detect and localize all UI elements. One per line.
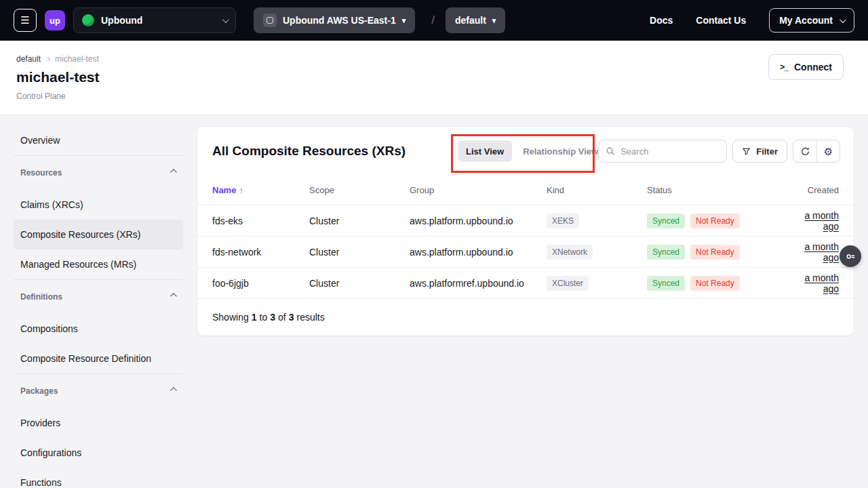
relationship-view-tab[interactable]: Relationship View xyxy=(515,141,606,162)
column-header-name[interactable]: Name ↑ xyxy=(212,185,309,195)
table-row[interactable]: fds-network Cluster aws.platform.upbound… xyxy=(197,237,854,268)
my-account-label: My Account xyxy=(779,15,833,26)
kind-badge: XEKS xyxy=(547,214,579,228)
upbound-logo[interactable]: up xyxy=(45,10,65,30)
summary-total: 3 xyxy=(289,312,294,323)
group-dropdown[interactable]: default ▾ xyxy=(446,7,505,33)
hamburger-icon: ☰ xyxy=(20,14,29,26)
cell-kind: XNetwork xyxy=(547,245,647,260)
synced-badge: Synced xyxy=(647,276,685,291)
connect-button[interactable]: >_ Connect xyxy=(768,54,844,80)
results-summary: Showing 1 to 3 of 3 results xyxy=(197,299,854,336)
filter-label: Filter xyxy=(756,146,778,157)
sidebar-item-composite-resources[interactable]: Composite Resources (XRs) xyxy=(14,220,183,249)
cell-scope: Cluster xyxy=(309,278,410,289)
filter-button[interactable]: Filter xyxy=(732,140,787,163)
sidebar-item-overview[interactable]: Overview xyxy=(14,125,183,155)
column-header-created[interactable]: Created xyxy=(787,185,839,195)
created-time-link[interactable]: a month ago xyxy=(787,210,839,232)
chevron-down-icon: ▾ xyxy=(492,17,496,24)
cell-status: Synced Not Ready xyxy=(647,214,787,228)
created-time-link[interactable]: a month ago xyxy=(787,241,839,263)
topbar-nav: Docs Contact Us My Account xyxy=(650,8,854,33)
help-widget-button[interactable] xyxy=(840,245,861,267)
my-account-button[interactable]: My Account xyxy=(769,8,854,33)
connect-label: Connect xyxy=(794,62,832,73)
sidebar-section-packages[interactable]: Packages xyxy=(14,374,183,408)
sidebar-item-label: Functions xyxy=(20,477,62,488)
column-header-status[interactable]: Status xyxy=(647,185,787,195)
search-input[interactable] xyxy=(620,146,719,157)
not-ready-badge: Not Ready xyxy=(690,245,740,260)
kind-badge: XNetwork xyxy=(547,245,593,260)
list-view-tab[interactable]: List View xyxy=(458,141,512,162)
hamburger-menu-button[interactable]: ☰ xyxy=(14,9,37,32)
column-header-group[interactable]: Group xyxy=(410,185,547,195)
organization-dropdown[interactable]: Upbound xyxy=(73,7,236,33)
chevron-up-icon xyxy=(170,169,177,176)
cell-group: aws.platform.upbound.io xyxy=(410,247,547,258)
docs-link[interactable]: Docs xyxy=(650,15,673,26)
created-time-link[interactable]: a month ago xyxy=(787,272,839,294)
sidebar-item-label: Configurations xyxy=(20,447,81,458)
refresh-icon xyxy=(800,146,810,157)
cell-created: a month ago xyxy=(787,241,839,263)
resource-name[interactable]: fds-eks xyxy=(212,216,243,226)
sidebar-item-label: Overview xyxy=(20,135,60,146)
table-row[interactable]: fds-eks Cluster aws.platform.upbound.io … xyxy=(197,205,854,237)
topbar: ☰ up Upbound Upbound AWS US-East-1 ▾ / d… xyxy=(0,0,868,41)
sidebar-item-functions[interactable]: Functions xyxy=(14,468,183,488)
cell-status: Synced Not Ready xyxy=(647,245,787,260)
composite-resources-panel: All Composite Resources (XRs) List View … xyxy=(197,126,854,336)
chevron-up-icon xyxy=(170,387,177,394)
filter-funnel-icon xyxy=(742,147,751,156)
resource-name[interactable]: foo-6jgjb xyxy=(212,278,249,289)
page-title: michael-test xyxy=(16,69,852,85)
table-row[interactable]: foo-6jgjb Cluster aws.platformref.upboun… xyxy=(197,268,854,299)
settings-button[interactable]: ⚙ xyxy=(816,140,840,162)
column-label: Created xyxy=(808,185,839,195)
sidebar-item-providers[interactable]: Providers xyxy=(14,408,183,438)
sidebar-item-compositions[interactable]: Compositions xyxy=(14,314,183,344)
page-header: default michael-test michael-test Contro… xyxy=(0,41,868,115)
gear-icon: ⚙ xyxy=(824,146,833,157)
control-plane-dropdown[interactable]: Upbound AWS US-East-1 ▾ xyxy=(254,7,415,33)
sort-ascending-icon: ↑ xyxy=(239,185,243,195)
cell-status: Synced Not Ready xyxy=(647,276,787,291)
cell-name: fds-network xyxy=(212,247,309,258)
cell-scope: Cluster xyxy=(309,247,410,258)
column-header-scope[interactable]: Scope xyxy=(309,185,410,195)
sidebar-item-label: Composite Resource Definition xyxy=(20,353,151,364)
cell-group: aws.platform.upbound.io xyxy=(410,216,547,226)
cell-name: foo-6jgjb xyxy=(212,278,309,289)
summary-from: 1 xyxy=(252,312,257,323)
cell-created: a month ago xyxy=(787,210,839,232)
column-label: Name xyxy=(212,185,236,195)
sidebar-item-composite-resource-definition[interactable]: Composite Resource Definition xyxy=(14,344,183,373)
summary-text: of xyxy=(278,312,286,323)
search-box[interactable] xyxy=(598,140,727,163)
sidebar-item-configurations[interactable]: Configurations xyxy=(14,438,183,468)
breadcrumb: default michael-test xyxy=(16,54,852,64)
resource-group: aws.platform.upbound.io xyxy=(410,216,513,226)
page-subtitle: Control Plane xyxy=(16,92,852,101)
sidebar-section-resources[interactable]: Resources xyxy=(14,156,183,190)
summary-text: to xyxy=(260,312,268,323)
resource-name[interactable]: fds-network xyxy=(212,247,261,258)
sidebar-section-definitions[interactable]: Definitions xyxy=(14,280,183,314)
resource-group: aws.platform.upbound.io xyxy=(410,247,513,258)
table-header: Name ↑ Scope Group Kind Status Created xyxy=(197,176,854,205)
not-ready-badge: Not Ready xyxy=(690,214,740,228)
column-header-kind[interactable]: Kind xyxy=(547,185,647,195)
refresh-button[interactable] xyxy=(793,140,816,162)
sidebar-item-label: Compositions xyxy=(20,323,78,334)
search-icon xyxy=(606,146,615,156)
breadcrumb-default[interactable]: default xyxy=(16,54,41,64)
cell-name: fds-eks xyxy=(212,216,309,226)
contact-us-link[interactable]: Contact Us xyxy=(696,15,746,26)
sidebar-item-claims[interactable]: Claims (XRCs) xyxy=(14,190,183,220)
sidebar-item-managed-resources[interactable]: Managed Resources (MRs) xyxy=(14,249,183,279)
column-label: Group xyxy=(410,185,434,195)
chevron-down-icon: ▾ xyxy=(402,17,406,24)
section-title: Definitions xyxy=(20,292,62,302)
